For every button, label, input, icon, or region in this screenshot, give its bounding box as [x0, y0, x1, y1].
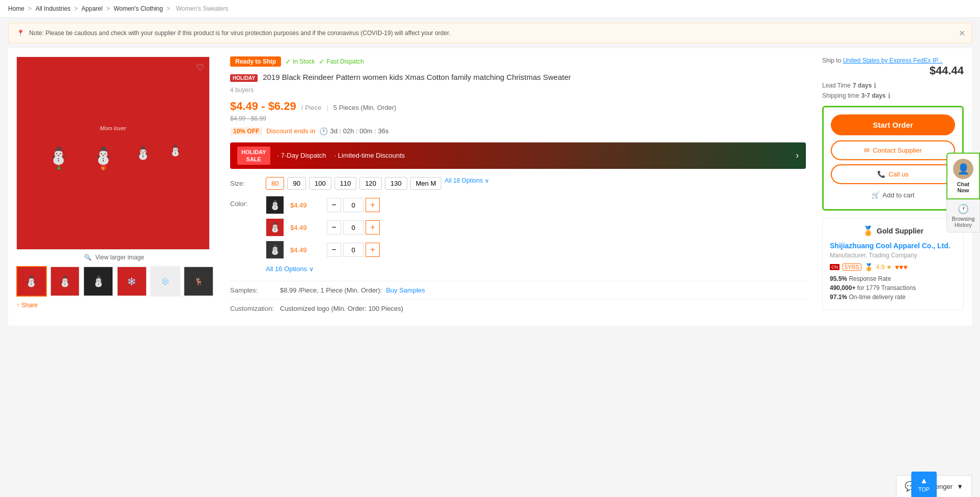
notice-icon: 📍 [17, 30, 24, 37]
size-options: 80 90 100 110 120 130 Men M All 18 Optio… [266, 177, 489, 190]
size-100[interactable]: 100 [309, 177, 331, 190]
transactions-value: 490,000+ [830, 284, 855, 291]
breadcrumb-current: Women's Sweaters [176, 5, 229, 12]
side-actions: 👤 Chat Now 🕐 Browsing History [946, 153, 980, 232]
fast-dispatch-icon: ✓ [319, 57, 325, 66]
fast-dispatch-badge: ✓ Fast Dispatch [319, 57, 363, 66]
samples-label: Samples: [230, 286, 276, 294]
breadcrumb-apparel[interactable]: Apparel [81, 5, 102, 12]
color-price-1: $4.49 [290, 201, 321, 209]
years-badge: 5YRS [843, 264, 861, 271]
buy-samples-link[interactable]: Buy Samples [386, 286, 425, 294]
thumbnail-strip: ⛄ ⛄ ⛄ ❄️ ❄️ 🦌 [16, 266, 214, 297]
thumbnail-1[interactable]: ⛄ [16, 266, 47, 297]
customization-row: Customization: Customized logo (Min. Ord… [230, 299, 806, 317]
main-product-image: Mom lover ⛄ 🎄 ⛄ 🎁 ⛄ [16, 56, 210, 250]
lead-time: Lead Time 7 days ℹ [822, 81, 964, 90]
supplier-name[interactable]: Shijiazhuang Cool Apparel Co., Ltd. [830, 242, 956, 250]
in-stock-icon: ✓ [285, 57, 291, 66]
color-item-1: ⛄ $4.49 − + [266, 196, 380, 214]
size-80[interactable]: 80 [266, 177, 284, 190]
share-icon: ↑ [16, 302, 19, 309]
size-90[interactable]: 90 [287, 177, 305, 190]
color-swatch-1[interactable]: ⛄ [266, 196, 284, 214]
ship-link[interactable]: United States by Express FedEx IP... [843, 57, 943, 64]
wishlist-icon[interactable]: ♡ [196, 62, 204, 73]
color-price-2: $4.49 [290, 224, 321, 231]
color-row: Color: ⛄ $4.49 − + ⛄ [230, 196, 806, 259]
size-120[interactable]: 120 [359, 177, 382, 190]
close-icon[interactable]: ✕ [959, 28, 965, 38]
browsing-history-widget[interactable]: 🕐 Browsing History [946, 199, 980, 232]
gold-icon: 🏅 [862, 225, 874, 237]
size-row: Size: 80 90 100 110 120 130 Men M All 18… [230, 177, 806, 190]
buyers-count: 4 buyers [230, 86, 806, 94]
ready-to-ship-badge: Ready to Ship [230, 56, 281, 67]
holiday-tag: HOLIDAY [230, 74, 258, 82]
contact-supplier-button[interactable]: ✉ Contact Supplier [831, 140, 955, 160]
share-button[interactable]: ↑ Share [16, 302, 214, 309]
breadcrumb-home[interactable]: Home [8, 5, 24, 12]
product-badges: Ready to Ship ✓ In Stock ✓ Fast Dispatch [230, 56, 806, 67]
separator: | [326, 104, 328, 111]
qty-decrease-1[interactable]: − [327, 198, 341, 212]
color-swatch-3[interactable]: ⛄ [266, 241, 284, 259]
qty-increase-2[interactable]: + [366, 220, 380, 235]
price-display: $44.44 [930, 64, 964, 77]
min-order: 5 Pieces (Min. Order) [333, 104, 397, 111]
view-larger-image[interactable]: 🔍 View larger image [16, 254, 214, 261]
qty-input-2[interactable] [343, 220, 363, 235]
qty-input-3[interactable] [343, 243, 363, 257]
start-order-button[interactable]: Start Order [831, 114, 955, 135]
thumbnail-3[interactable]: ⛄ [83, 266, 114, 297]
qty-increase-3[interactable]: + [366, 243, 380, 257]
shipping-info: Ship to United States by Express FedEx I… [822, 56, 964, 77]
breadcrumb-womens-clothing[interactable]: Women's Clothing [114, 5, 163, 12]
qty-decrease-2[interactable]: − [327, 220, 341, 235]
cart-icon: 🛒 [872, 191, 880, 199]
left-panel: Mom lover ⛄ 🎄 ⛄ 🎁 ⛄ [8, 48, 222, 326]
rating-stars: 4.9 ★ [876, 264, 892, 271]
supplier-type: Manufacturer, Trading Company [830, 252, 956, 259]
customization-info: Customized logo (Min. Order: 100 Pieces) [280, 305, 403, 312]
chat-now-widget[interactable]: 👤 Chat Now [946, 153, 980, 199]
thumbnail-6[interactable]: 🦌 [183, 266, 214, 297]
holiday-banner[interactable]: HOLIDAY SALE 7-Day Dispatch Limited-time… [230, 142, 806, 169]
size-130[interactable]: 130 [385, 177, 407, 190]
ship-to-label: Ship to United States by Express FedEx I… [822, 57, 943, 64]
customization-label: Customization: [230, 305, 276, 312]
country-flag: CN [830, 264, 839, 270]
color-label: Color: [230, 196, 261, 208]
transactions: 490,000+ for 1779 Transactions [830, 284, 956, 291]
discount-ends-label: Discount ends in [266, 127, 315, 135]
shipping-time-info-icon: ℹ [888, 92, 890, 100]
thumbnail-5[interactable]: ❄️ [150, 266, 181, 297]
history-icon: 🕐 [958, 203, 969, 215]
qty-control-3: − + [327, 243, 380, 257]
add-to-cart-button[interactable]: 🛒 Add to cart [831, 188, 955, 202]
size-110[interactable]: 110 [334, 177, 357, 190]
all-sizes-link[interactable]: All 18 Options ∨ [444, 177, 489, 190]
call-us-button[interactable]: 📞 Call us [831, 164, 955, 184]
browsing-history-label: Browsing History [950, 216, 976, 228]
qty-increase-1[interactable]: + [366, 198, 380, 212]
original-price: $4.99 - $6.99 [230, 115, 806, 122]
color-item-2: ⛄ $4.49 − + [266, 218, 380, 237]
all-options-link[interactable]: All 16 Options ∨ [266, 265, 806, 273]
breadcrumb-all-industries[interactable]: All Industries [36, 5, 71, 12]
thumbnail-4[interactable]: ❄️ [117, 266, 147, 297]
delivery-rate-value: 97.1% [830, 294, 847, 301]
gold-supplier-badge: 🏅 Gold Supplier [830, 225, 956, 237]
delivery-rate: 97.1% On-time delivery rate [830, 294, 956, 301]
notice-text: Note: Please be cautious and check with … [29, 30, 451, 37]
price-unit: / Piece [301, 104, 322, 111]
qty-decrease-3[interactable]: − [327, 243, 341, 257]
thumbnail-2[interactable]: ⛄ [50, 266, 80, 297]
discount-bar: 10% OFF Discount ends in 🕐 3d : 02h : 00… [230, 127, 806, 135]
view-larger-label: View larger image [95, 254, 144, 261]
qty-input-1[interactable] [343, 198, 363, 212]
size-men-m[interactable]: Men M [410, 177, 442, 190]
share-label: Share [21, 302, 38, 309]
holiday-sale-tag: HOLIDAY SALE [237, 147, 270, 165]
color-swatch-2[interactable]: ⛄ [266, 218, 284, 237]
